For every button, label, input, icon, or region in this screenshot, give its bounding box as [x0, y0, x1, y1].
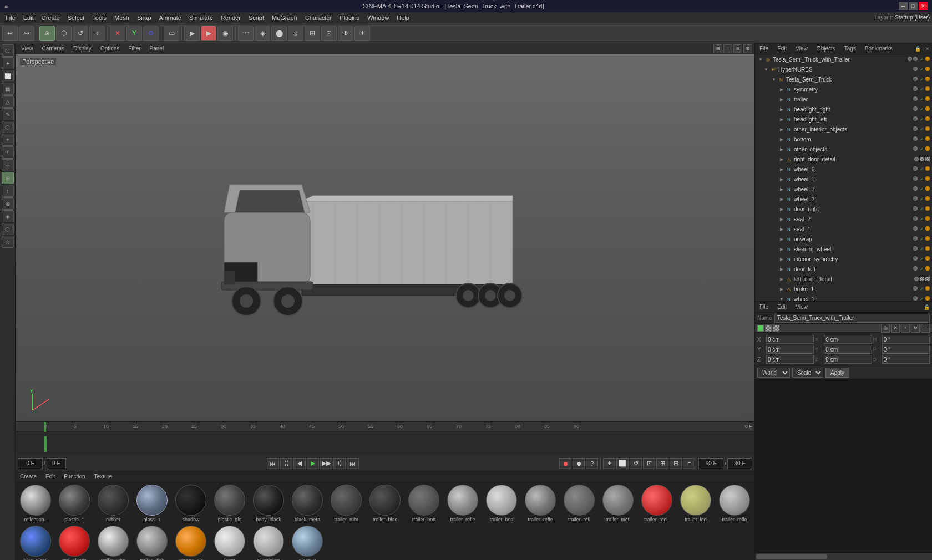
tree-dot[interactable] [913, 116, 918, 121]
viewport-ctrl-3[interactable]: ⊟ [733, 44, 742, 53]
coord-b-input[interactable] [882, 355, 930, 364]
tree-dot[interactable] [913, 77, 918, 81]
toolbar-move[interactable]: ✕ [110, 26, 125, 41]
mat-item-trailermet[interactable]: trailer_meti [599, 483, 637, 523]
tree-dot[interactable] [913, 266, 918, 271]
toolbar-connect[interactable]: ⊡ [321, 26, 337, 41]
coord-z-pos-input[interactable] [766, 355, 814, 364]
tree-dot[interactable] [913, 226, 918, 231]
viewport-tab-cameras[interactable]: Cameras [39, 44, 68, 53]
mat-item-aluminium[interactable]: alluminium [250, 525, 287, 560]
tree-expand-unwrap[interactable]: ▶ [778, 236, 785, 242]
viewport-ctrl-4[interactable]: ⊠ [743, 44, 752, 53]
menu-mograph[interactable]: MoGraph [269, 13, 301, 22]
mat-function-btn[interactable]: Function [62, 472, 87, 481]
mat-item-plasticglo[interactable]: plastic_glo [211, 483, 249, 523]
tool-perspective[interactable]: ⬡ [2, 44, 14, 57]
tree-dot[interactable] [913, 246, 918, 251]
tool-snap[interactable]: ⊗ [2, 197, 14, 210]
current-frame-display[interactable]: 0 F [18, 458, 43, 469]
tree-item-other-interior[interactable]: ▶ N other_interior_objects ✓ [755, 124, 932, 134]
tree-expand-other-int[interactable]: ▶ [778, 126, 785, 133]
tree-item-left-door[interactable]: ▶ △ left_door_detail [755, 274, 932, 284]
coord-h-input[interactable] [882, 335, 930, 344]
toolbar-render-active[interactable]: ▶ [201, 26, 216, 41]
menu-animate[interactable]: Animate [156, 13, 185, 22]
tree-expand-wheel2[interactable]: ▶ [778, 196, 785, 202]
tree-expand-wheel6[interactable]: ▶ [778, 166, 785, 172]
attr-name-input[interactable] [774, 314, 930, 323]
menu-help[interactable]: Help [393, 13, 413, 22]
tree-dot[interactable] [913, 296, 918, 301]
transport-next-frame[interactable]: ▶▶ [320, 458, 332, 469]
mat-item-trailerrub[interactable]: trailer_rubt [327, 483, 365, 523]
menu-tools[interactable]: Tools [89, 13, 110, 22]
toolbar-deformer[interactable]: ⬤ [271, 26, 287, 41]
mat-item-trailerrefl[interactable]: trailer_refle [444, 483, 482, 523]
tree-dot[interactable] [913, 67, 918, 71]
mat-item-glass2[interactable]: glass_2 [288, 525, 326, 560]
tree-item-wheel6[interactable]: ▶ N wheel_6 ✓ [755, 164, 932, 174]
tree-dot[interactable] [913, 256, 918, 261]
mat-item-rubber[interactable]: rubber [94, 483, 132, 523]
mat-item-bodyblack[interactable]: body_black [250, 483, 287, 523]
tree-dot-vis[interactable] [908, 57, 912, 61]
total-frame-display[interactable]: 90 F [727, 458, 752, 469]
tree-item-root[interactable]: ▼ ◎ Tesla_Semi_Truck_with_Trailer ✓ [755, 54, 932, 64]
obj-expand-btn[interactable]: ↕ [922, 46, 925, 52]
tree-dot[interactable] [913, 286, 918, 291]
transport-prev-key[interactable]: ⟨⟨ [280, 458, 292, 469]
tool-weight[interactable]: ⬡ [2, 223, 14, 235]
toolbar-anim-path[interactable]: 〰 [238, 26, 254, 41]
obj-tags-btn[interactable]: Tags [842, 44, 858, 53]
attr-strip-btn5[interactable]: → [921, 324, 930, 333]
toolbar-bool[interactable]: ⊞ [305, 26, 320, 41]
coord-x-size-input[interactable] [824, 335, 872, 344]
tree-item-symmetry[interactable]: ▶ N symmetry ✓ [755, 84, 932, 94]
scale-dropdown[interactable]: Scale [792, 368, 823, 378]
record-btn[interactable]: ⏺ [559, 458, 571, 469]
tool-joint[interactable]: ☆ [2, 236, 14, 248]
tool-polygon[interactable]: △ [2, 95, 14, 108]
tree-dot[interactable] [913, 126, 918, 131]
transport-play[interactable]: ▶ [307, 458, 319, 469]
tree-item-unwrap[interactable]: ▶ N unwrap ✓ [755, 234, 932, 244]
tree-dot[interactable] [913, 96, 918, 101]
obj-file-btn[interactable]: File [757, 44, 771, 53]
mat-item-trailerdisk[interactable]: trailer_disk [133, 525, 171, 560]
tree-expand-wheel3[interactable]: ▶ [778, 186, 785, 192]
tree-dot[interactable] [913, 86, 918, 91]
tree-item-seat1[interactable]: ▶ N seat_1 ✓ [755, 224, 932, 234]
mat-item-lamp[interactable]: lamp [211, 525, 249, 560]
tc-scale-btn[interactable]: ⊡ [643, 458, 655, 469]
menu-file[interactable]: File [2, 13, 19, 22]
tc-param-btn[interactable]: ⊞ [656, 458, 668, 469]
tree-item-headlight-left[interactable]: ▶ N headlight_left ✓ [755, 114, 932, 124]
minimize-button[interactable]: ─ [899, 2, 908, 10]
tc-move-btn[interactable]: ✦ [603, 458, 615, 469]
tree-item-int-sym[interactable]: ▶ N interior_symmetry ✓ [755, 254, 932, 264]
tree-item-seat2[interactable]: ▶ N seat_2 ✓ [755, 214, 932, 224]
tree-item-headlight-right[interactable]: ▶ N headlight_right ✓ [755, 104, 932, 114]
transport-end[interactable]: ⏭ [347, 458, 359, 469]
mat-item-trailerwhe[interactable]: trailer_whe [94, 525, 132, 560]
tree-dot[interactable] [913, 186, 918, 191]
obj-close-btn[interactable]: ✕ [925, 46, 930, 52]
toolbar-render-region[interactable]: ▶ [184, 26, 200, 41]
tree-item-trailer[interactable]: ▶ N trailer ✓ [755, 94, 932, 104]
toolbar-add[interactable]: + [89, 26, 105, 41]
tree-dot-render[interactable] [913, 57, 918, 61]
toolbar-undo[interactable]: ↩ [2, 26, 18, 41]
tree-expand-ld[interactable]: ▶ [778, 276, 785, 282]
key-help-btn[interactable]: ? [586, 458, 598, 469]
attr-lock-btn[interactable]: 🔒 [924, 304, 930, 310]
apply-button[interactable]: Apply [825, 368, 849, 378]
attr-strip-btn4[interactable]: ↻ [911, 324, 920, 333]
attr-view-btn[interactable]: View [793, 303, 810, 311]
viewport[interactable]: Perspective X Y [16, 54, 754, 421]
tree-expand-hl-r[interactable]: ▶ [778, 106, 785, 113]
tree-item-brake1[interactable]: ▶ △ brake_1 ✓ [755, 284, 932, 294]
viewport-tab-display[interactable]: Display [70, 44, 95, 53]
mat-item-reflection[interactable]: reflection_ [17, 483, 54, 523]
tree-expand-other-obj[interactable]: ▶ [778, 146, 785, 152]
